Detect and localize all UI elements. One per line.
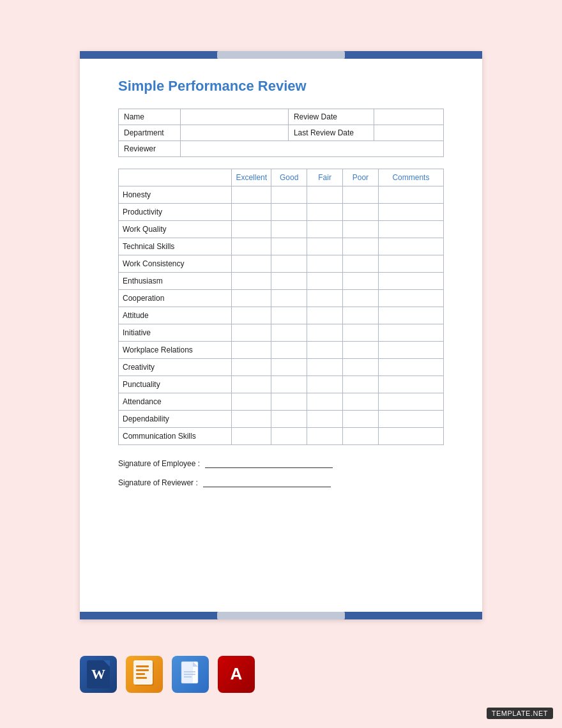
last-review-date-value [374,125,444,141]
excellent-header: Excellent [232,169,271,186]
criteria-cell: Honesty [119,186,232,204]
comments-cell [378,411,443,428]
table-row: Communication Skills [119,428,444,445]
comments-cell [378,221,443,238]
excellent-cell [232,221,271,238]
good-cell [271,204,307,221]
dept-label: Department [119,125,181,141]
fair-header: Fair [307,169,343,186]
fair-cell [307,411,343,428]
reviewer-label: Reviewer [119,141,181,157]
criteria-cell: Attitude [119,307,232,324]
comments-cell [378,307,443,324]
table-row: Punctuality [119,376,444,393]
comments-cell [378,393,443,411]
criteria-cell: Workplace Relations [119,342,232,359]
pages-icon[interactable] [126,656,163,693]
info-row-dept: Department Last Review Date [119,125,444,141]
table-row: Technical Skills [119,238,444,255]
excellent-cell [232,359,271,376]
fair-cell [307,290,343,307]
table-row: Work Quality [119,221,444,238]
comments-cell [378,238,443,255]
good-cell [271,186,307,204]
table-row: Workplace Relations [119,342,444,359]
employee-signature-underline [205,459,333,468]
criteria-cell: Cooperation [119,290,232,307]
criteria-cell: Initiative [119,324,232,342]
comments-cell [378,204,443,221]
poor-cell [343,238,379,255]
acrobat-svg: A [224,662,249,687]
excellent-cell [232,324,271,342]
table-row: Dependability [119,411,444,428]
word-letter: W [91,666,105,683]
svg-rect-5 [136,677,147,679]
fair-cell [307,376,343,393]
poor-cell [343,307,379,324]
acrobat-icon-content: A [218,656,255,693]
document-container: Simple Performance Review Name Review Da… [80,51,482,619]
excellent-cell [232,428,271,445]
poor-cell [343,411,379,428]
criteria-cell: Work Consistency [119,255,232,273]
docs-icon[interactable] [172,656,209,693]
table-row: Productivity [119,204,444,221]
icons-bar: W [80,656,255,693]
docs-svg [179,660,202,688]
fair-cell [307,255,343,273]
fair-cell [307,221,343,238]
svg-text:A: A [231,664,243,683]
bottom-scroll[interactable] [217,612,345,619]
top-scroll[interactable] [217,51,345,59]
table-row: Initiative [119,324,444,342]
word-icon-inner: W [87,660,110,688]
comments-cell [378,324,443,342]
excellent-cell [232,290,271,307]
acrobat-icon[interactable]: A [218,656,255,693]
top-bar [80,51,482,59]
criteria-cell: Communication Skills [119,428,232,445]
fair-cell [307,428,343,445]
docs-icon-content [172,656,209,693]
employee-signature-label: Signature of Employee : [118,459,200,468]
poor-cell [343,428,379,445]
excellent-cell [232,342,271,359]
poor-cell [343,324,379,342]
table-row: Honesty [119,186,444,204]
good-header: Good [271,169,307,186]
poor-cell [343,376,379,393]
criteria-cell: Punctuality [119,376,232,393]
review-date-value [374,109,444,125]
employee-signature-line: Signature of Employee : [118,459,444,468]
svg-rect-4 [136,673,145,675]
good-cell [271,359,307,376]
criteria-cell: Technical Skills [119,238,232,255]
excellent-cell [232,376,271,393]
criteria-header [119,169,232,186]
reviewer-value [180,141,443,157]
good-cell [271,324,307,342]
good-cell [271,221,307,238]
fair-cell [307,273,343,290]
good-cell [271,290,307,307]
criteria-cell: Enthusiasm [119,273,232,290]
svg-rect-3 [136,669,149,671]
poor-cell [343,273,379,290]
poor-cell [343,359,379,376]
fair-cell [307,238,343,255]
criteria-cell: Attendance [119,393,232,411]
svg-rect-1 [133,660,153,685]
poor-cell [343,204,379,221]
poor-cell [343,186,379,204]
info-row-name: Name Review Date [119,109,444,125]
name-value [180,109,288,125]
signature-section: Signature of Employee : Signature of Rev… [118,459,444,487]
good-cell [271,307,307,324]
comments-cell [378,428,443,445]
criteria-cell: Productivity [119,204,232,221]
good-cell [271,411,307,428]
dept-value [180,125,288,141]
word-icon[interactable]: W [80,656,117,693]
good-cell [271,273,307,290]
